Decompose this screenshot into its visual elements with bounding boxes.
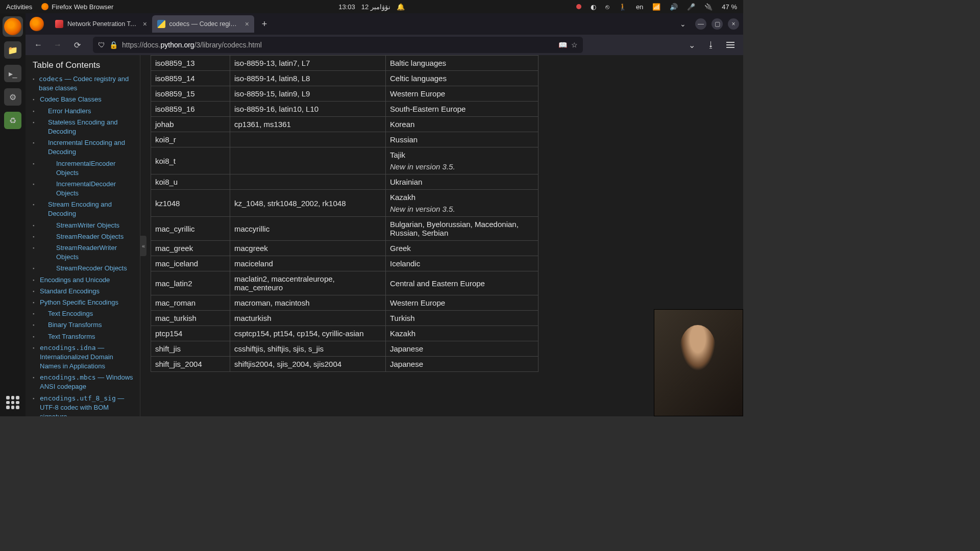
minimize-button[interactable]: — — [695, 18, 706, 30]
codec-name: kz1048 — [151, 190, 230, 217]
reload-button[interactable]: ⟳ — [69, 37, 85, 53]
toc-link[interactable]: StreamWriter Objects — [56, 221, 119, 229]
codec-lang: Japanese — [386, 357, 538, 372]
toc-link[interactable]: Standard Encodings — [40, 287, 100, 295]
power-icon[interactable]: 🔌 — [704, 3, 713, 11]
codec-name: johab — [151, 117, 230, 132]
toc-link[interactable]: codecs — Codec registry and base classes — [39, 75, 129, 92]
accessibility-icon[interactable]: 🚶 — [619, 3, 627, 11]
table-row: iso8859_13iso-8859-13, latin7, L7Baltic … — [151, 56, 538, 71]
table-row: mac_cyrillicmaccyrillicBulgarian, Byelor… — [151, 217, 538, 241]
firefox-icon — [30, 17, 44, 31]
battery-percent[interactable]: 47 % — [722, 3, 737, 11]
tray-icon[interactable]: ⎋ — [605, 3, 609, 11]
toc-link[interactable]: IncrementalDecoder Objects — [56, 180, 116, 197]
codec-lang: KazakhNew in version 3.5. — [386, 190, 538, 217]
codec-name: mac_cyrillic — [151, 217, 230, 241]
toc-link[interactable]: Binary Transforms — [48, 321, 102, 329]
table-row: koi8_tTajikNew in version 3.5. — [151, 147, 538, 174]
toc-link[interactable]: encodings.utf_8_sig — UTF-8 codec with B… — [40, 394, 124, 416]
toc-link[interactable]: IncrementalEncoder Objects — [56, 160, 115, 177]
table-row: mac_latin2maclatin2, maccentraleurope, m… — [151, 271, 538, 295]
codec-aliases: iso-8859-13, latin7, L7 — [230, 56, 386, 71]
codec-lang: Celtic languages — [386, 71, 538, 86]
sidebar-collapse-button[interactable]: « — [140, 236, 146, 256]
dock-firefox[interactable] — [3, 16, 23, 37]
close-icon[interactable]: × — [143, 20, 147, 28]
show-applications-button[interactable] — [4, 394, 21, 411]
close-window-button[interactable]: × — [728, 18, 739, 30]
main-content[interactable]: iso8859_13iso-8859-13, latin7, L7Baltic … — [140, 55, 743, 416]
shield-icon[interactable]: 🛡 — [98, 41, 105, 49]
status-dot-icon[interactable] — [576, 4, 581, 9]
toc-link[interactable]: Stateless Encoding and Decoding — [48, 118, 118, 135]
dock-terminal[interactable]: ▸_ — [3, 63, 23, 84]
codec-aliases: csptcp154, pt154, cp154, cyrillic-asian — [230, 326, 386, 341]
toc-link[interactable]: Python Specific Encodings — [40, 298, 118, 306]
toc-link[interactable]: StreamReaderWriter Objects — [56, 244, 117, 261]
pocket-button[interactable]: ⌄ — [684, 37, 699, 53]
codec-aliases — [230, 174, 386, 190]
codec-aliases: maciceland — [230, 256, 386, 271]
close-icon[interactable]: × — [245, 20, 249, 28]
codec-name: shift_jis — [151, 341, 230, 357]
bookmark-star-icon[interactable]: ☆ — [571, 41, 578, 49]
lock-icon[interactable]: 🔒 — [109, 41, 118, 49]
codec-aliases: macgreek — [230, 241, 386, 256]
volume-icon[interactable]: 🔊 — [670, 3, 678, 11]
codec-aliases: cp1361, ms1361 — [230, 117, 386, 132]
toc-link[interactable]: Codec Base Classes — [40, 95, 102, 103]
toc-link[interactable]: Text Encodings — [48, 310, 93, 317]
table-row: kz1048kz_1048, strk1048_2002, rk1048Kaza… — [151, 190, 538, 217]
table-row: iso8859_14iso-8859-14, latin8, L8Celtic … — [151, 71, 538, 86]
codec-lang: Turkish — [386, 311, 538, 326]
maximize-button[interactable]: ▢ — [712, 18, 723, 30]
dock-app[interactable]: 📁 — [3, 40, 23, 60]
codec-aliases: macturkish — [230, 311, 386, 326]
table-row: mac_greekmacgreekGreek — [151, 241, 538, 256]
address-bar[interactable]: 🛡 🔒 https://docs.python.org/3/library/co… — [93, 37, 583, 53]
keyboard-lang[interactable]: en — [636, 3, 643, 11]
table-row: shift_jiscsshiftjis, shiftjis, sjis, s_j… — [151, 341, 538, 357]
toc-link[interactable]: encodings.mbcs — Windows ANSI codepage — [40, 373, 133, 390]
clock-date[interactable]: نۆۋامبر 12 — [361, 3, 390, 11]
toc-link[interactable]: Stream Encoding and Decoding — [48, 201, 112, 217]
toc-link[interactable]: Error Handlers — [48, 107, 91, 115]
wifi-icon[interactable]: 📶 — [652, 3, 660, 11]
toc-link[interactable]: Encodings and Unicode — [40, 276, 110, 284]
activities-button[interactable]: Activities — [6, 3, 32, 11]
browser-tab-active[interactable]: codecs — Codec registry × — [152, 15, 254, 33]
codec-lang: Kazakh — [386, 326, 538, 341]
new-tab-button[interactable]: + — [257, 17, 272, 31]
codec-name: iso8859_13 — [151, 56, 230, 71]
browser-tab[interactable]: Network Penetration Tes × — [50, 15, 152, 33]
url-text: https://docs.python.org/3/library/codecs… — [122, 41, 554, 49]
downloads-button[interactable]: ⭳ — [703, 37, 719, 53]
tray-icon[interactable]: ◐ — [591, 3, 596, 11]
toc-link[interactable]: Incremental Encoding and Decoding — [48, 139, 125, 156]
topbar-app-name: Firefox Web Browser — [52, 3, 113, 11]
reader-mode-icon[interactable]: 📖 — [558, 41, 567, 49]
codec-lang: Russian — [386, 132, 538, 147]
codec-lang: Central and Eastern Europe — [386, 271, 538, 295]
table-row: koi8_rRussian — [151, 132, 538, 147]
toc-link[interactable]: Text Transforms — [48, 333, 95, 340]
toc-title: Table of Contents — [33, 60, 135, 70]
tab-favicon-icon — [55, 20, 63, 28]
dock-app[interactable]: ♻ — [3, 110, 23, 131]
toc-link[interactable]: StreamRecoder Objects — [56, 264, 127, 272]
clock-time[interactable]: 13:03 — [338, 3, 355, 11]
app-menu-button[interactable] — [723, 37, 738, 53]
notification-icon[interactable]: 🔔 — [397, 3, 405, 11]
mic-icon[interactable]: 🎤 — [687, 3, 695, 11]
table-row: koi8_uUkrainian — [151, 174, 538, 190]
codec-lang: Western Europe — [386, 295, 538, 311]
codec-aliases — [230, 147, 386, 174]
toc-link[interactable]: StreamReader Objects — [56, 233, 124, 240]
toc-link[interactable]: encodings.idna — Internationalized Domai… — [40, 344, 113, 370]
launcher-dock: 📁 ▸_ ⚙ ♻ — [0, 13, 26, 416]
codec-name: shift_jis_2004 — [151, 357, 230, 372]
back-button[interactable]: ← — [31, 37, 46, 53]
list-tabs-button[interactable]: ⌄ — [676, 20, 690, 28]
dock-app[interactable]: ⚙ — [3, 87, 23, 107]
